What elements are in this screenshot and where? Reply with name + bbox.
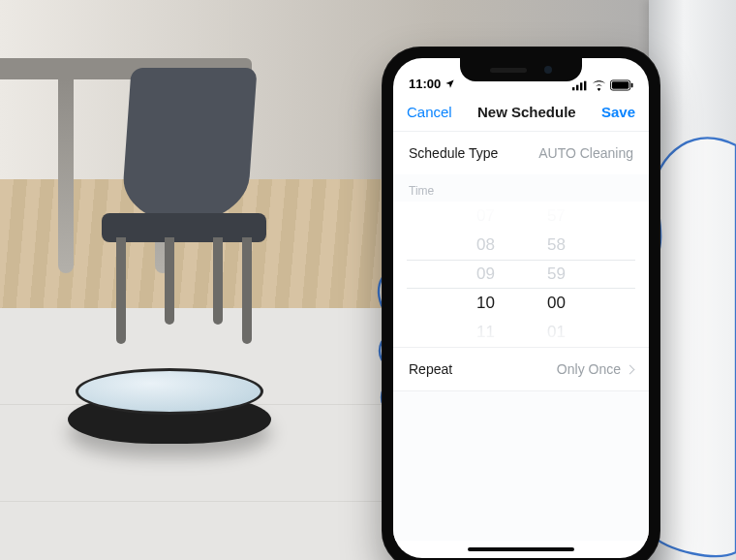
location-icon xyxy=(445,78,455,89)
svg-rect-9 xyxy=(631,83,633,88)
phone-screen: 11:00 Canc xyxy=(393,58,649,558)
repeat-value: Only Once xyxy=(557,361,621,377)
cellular-signal-icon xyxy=(572,80,588,91)
time-picker[interactable]: 07 08 09 10 11 12 13 57 58 59 00 01 02 0… xyxy=(393,202,649,347)
table-leg xyxy=(58,79,74,273)
page-title: New Schedule xyxy=(477,104,576,120)
repeat-row[interactable]: Repeat Only Once xyxy=(393,347,649,391)
schedule-type-label: Schedule Type xyxy=(409,145,498,161)
time-section-header: Time xyxy=(393,174,649,202)
svg-rect-8 xyxy=(612,81,629,88)
save-button[interactable]: Save xyxy=(601,104,635,120)
picker-selection-indicator xyxy=(407,260,635,289)
wifi-icon xyxy=(592,80,606,91)
home-indicator[interactable] xyxy=(393,541,649,558)
schedule-type-value: AUTO Cleaning xyxy=(538,145,633,161)
phone-device-frame: 11:00 Canc xyxy=(382,47,660,560)
empty-area xyxy=(393,391,649,541)
battery-icon xyxy=(610,79,633,91)
minute-selected: 00 xyxy=(547,289,566,318)
product-scene: 11:00 Canc xyxy=(0,0,736,560)
svg-rect-5 xyxy=(580,82,582,90)
hour-selected: 10 xyxy=(476,289,495,318)
nav-bar: Cancel New Schedule Save xyxy=(393,93,649,132)
minute-wheel[interactable]: 57 58 59 00 01 02 03 xyxy=(547,202,566,347)
chevron-right-icon xyxy=(626,364,635,374)
repeat-label: Repeat xyxy=(409,361,452,377)
robot-vacuum xyxy=(68,368,271,444)
phone-notch xyxy=(460,58,582,81)
hour-wheel[interactable]: 07 08 09 10 11 12 13 xyxy=(476,202,495,347)
svg-rect-4 xyxy=(576,84,578,90)
cancel-button[interactable]: Cancel xyxy=(407,104,452,120)
dining-chair xyxy=(97,68,281,320)
svg-rect-6 xyxy=(584,80,586,90)
status-time: 11:00 xyxy=(409,77,441,91)
svg-rect-3 xyxy=(572,87,574,90)
background-door-frame xyxy=(649,0,736,560)
schedule-type-row[interactable]: Schedule Type AUTO Cleaning xyxy=(393,132,649,174)
